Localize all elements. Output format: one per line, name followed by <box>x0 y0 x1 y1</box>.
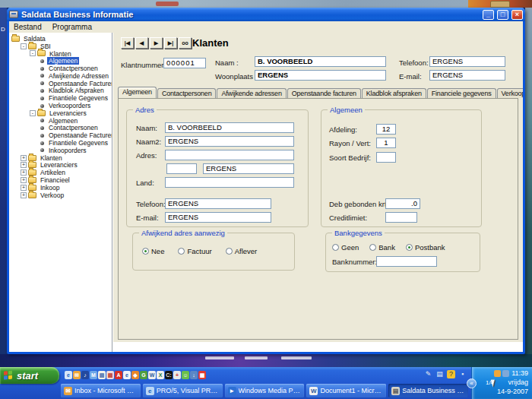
collapse-icon[interactable]: - <box>30 110 36 116</box>
tree-item-contactpersonen[interactable]: Contactpersonen <box>9 65 112 72</box>
tree-item-klanten[interactable]: +Klanten <box>9 154 112 162</box>
help-tray-icon[interactable]: ? <box>447 370 455 378</box>
task-windows-media-player[interactable]: ►Windows Media Player <box>225 384 305 397</box>
radio-bank[interactable]: Bank <box>369 243 395 252</box>
tree-item-contactpersonen[interactable]: Contactpersonen <box>9 125 112 132</box>
radio-factuur[interactable]: Factuur <box>178 247 211 255</box>
messenger-buddy-quicklaunch-icon[interactable]: ☺ <box>182 371 189 379</box>
title-bar[interactable]: Saldata Business Informatie _ □ × <box>7 8 525 21</box>
tab-afwijkende-adressen[interactable]: Afwijkende adressen <box>217 88 286 98</box>
word-quicklaunch-icon[interactable]: W <box>148 371 156 379</box>
banknummer-field[interactable] <box>376 256 437 267</box>
collapse-icon[interactable]: - <box>30 50 36 56</box>
tree-item-leveranciers[interactable]: -Leveranciers <box>9 109 112 117</box>
naam-field[interactable]: B. VOORBEELD <box>165 122 294 133</box>
tree-item-klanten[interactable]: -Klanten <box>9 50 112 58</box>
close-button[interactable]: × <box>511 10 523 20</box>
download-quicklaunch-icon[interactable]: ↓ <box>190 371 198 379</box>
tab-verkooporders[interactable]: Verkooporders <box>497 88 523 98</box>
radio-postbank[interactable]: Postbank <box>406 243 445 252</box>
menu-item-programma[interactable]: Programma <box>52 23 92 31</box>
windows-update-quicklaunch-icon[interactable]: ▦ <box>198 371 206 379</box>
tree-item-finantiele-gegevens[interactable]: Finantiele Gegevens <box>9 94 112 102</box>
task-pro5[interactable]: ePRO/5, Visual PRO/5... <box>143 384 223 397</box>
postcode-field[interactable] <box>166 163 197 174</box>
expand-icon[interactable]: + <box>21 185 27 191</box>
find-button[interactable]: oo <box>179 37 192 49</box>
tree-item-algemeen[interactable]: Algemeen <box>9 117 112 125</box>
expand-icon[interactable]: + <box>21 162 27 168</box>
task-saldata[interactable]: ▤Saldata Business Inf... <box>388 384 468 397</box>
tree-item-sbi[interactable]: -SBI <box>9 43 112 50</box>
outlook-quicklaunch-icon[interactable]: ✉ <box>73 371 81 379</box>
tab-kladblok-afspraken[interactable]: Kladblok afspraken <box>362 88 426 98</box>
email-field[interactable]: ERGENS <box>165 212 271 223</box>
klantnummer-field[interactable]: 000001 <box>163 58 206 68</box>
header-telefoon-field[interactable]: ERGENS <box>429 56 505 67</box>
display-tray-icon[interactable]: ▤ <box>435 370 444 378</box>
previous-record-button[interactable]: ◀ <box>135 37 148 49</box>
device-tray-icon[interactable]: ▪ <box>458 370 467 378</box>
tree-item-inkooporders[interactable]: Inkooporders <box>9 147 112 154</box>
adres-field[interactable] <box>165 150 294 160</box>
header-naam-field[interactable]: B. VOORBEELD <box>255 56 386 67</box>
tree-item-kladblok-afspraken[interactable]: Kladblok Afspraken <box>9 87 112 95</box>
command-prompt-quicklaunch-icon[interactable]: C: <box>165 371 173 379</box>
excel-quicklaunch-icon[interactable]: X <box>157 371 164 379</box>
menu-item-bestand[interactable]: Bestand <box>14 23 42 31</box>
creditlimiet-field[interactable] <box>385 212 417 223</box>
tab-algemeen[interactable]: Algemeen <box>118 87 157 98</box>
task-outlook-inbox[interactable]: ✉Inbox - Microsoft Ou... <box>61 384 141 397</box>
collapse-icon[interactable]: - <box>21 43 27 49</box>
soort-bedrijf-field[interactable] <box>376 152 396 163</box>
expand-icon[interactable]: + <box>21 177 27 183</box>
notepad-quicklaunch-icon[interactable]: ▤ <box>98 371 106 379</box>
expand-icon[interactable]: + <box>21 192 27 198</box>
tree-item-openstaande-facturen[interactable]: Openstaande Facturen <box>9 80 112 87</box>
minimize-button[interactable]: _ <box>483 10 494 20</box>
tree-item-verkooporders[interactable]: Verkooporders <box>9 102 112 109</box>
clock-time[interactable]: 11:39 <box>511 369 528 377</box>
tab-contactpersonen[interactable]: Contactpersonen <box>157 88 217 98</box>
task-word-document1[interactable]: WDocument1 - Microso... <box>306 384 386 397</box>
last-record-button[interactable]: ▶| <box>164 37 177 49</box>
collapse-tray-icon[interactable]: « <box>467 378 477 388</box>
tree-item-saldata[interactable]: Saldata <box>9 35 112 43</box>
naam2-field[interactable]: ERGENS <box>165 136 294 147</box>
radio-geen[interactable]: Geen <box>332 243 359 252</box>
pen-tray-icon[interactable]: ✎ <box>424 370 432 378</box>
tab-financiele-gegevens[interactable]: Financiele gegevens <box>427 88 496 98</box>
tree-item-financieel[interactable]: +Financieel <box>9 176 112 184</box>
tab-openstaande-facturen[interactable]: Openstaande facturen <box>287 88 361 98</box>
deb-gebonden-field[interactable]: .0 <box>385 198 420 209</box>
messenger-quicklaunch-icon[interactable]: M <box>90 371 97 379</box>
tree-item-artikelen[interactable]: +Artikelen <box>9 169 112 176</box>
land-field[interactable] <box>165 177 294 188</box>
header-woonplaats-field[interactable]: ERGENS <box>255 70 386 81</box>
app-green-quicklaunch-icon[interactable]: G <box>140 371 147 379</box>
tree-item-leveranciers[interactable]: +Leveranciers <box>9 162 112 169</box>
tree-item-afwijkende-adressen[interactable]: Afwijkende Adressen <box>9 72 112 80</box>
explorer-quicklaunch-icon[interactable]: e <box>123 371 131 379</box>
radio-nee[interactable]: Nee <box>142 247 164 255</box>
tree-item-verkoop[interactable]: +Verkoop <box>9 192 112 199</box>
acrobat-quicklaunch-icon[interactable]: A <box>115 371 122 379</box>
app-plus-quicklaunch-icon[interactable]: + <box>173 371 181 379</box>
ie-quicklaunch-icon[interactable]: e <box>65 371 72 379</box>
plaats-field[interactable]: ERGENS <box>203 163 294 174</box>
next-record-button[interactable]: ▶ <box>150 37 163 49</box>
telefoon-field[interactable]: ERGENS <box>165 198 271 209</box>
tree-item-algemeen[interactable]: Algemeen <box>9 57 112 65</box>
afdeling-field[interactable]: 12 <box>376 124 396 135</box>
expand-icon[interactable]: + <box>21 169 27 176</box>
radio-aflever[interactable]: Aflever <box>226 247 258 255</box>
header-email-field[interactable]: ERGENS <box>429 70 505 81</box>
maximize-button[interactable]: □ <box>497 10 508 20</box>
rayon-field[interactable]: 1 <box>376 138 396 148</box>
first-record-button[interactable]: |◀ <box>121 37 134 49</box>
app-orange-quicklaunch-icon[interactable]: ◆ <box>131 371 139 379</box>
tree-item-finantiele-gegevens[interactable]: Finantiele Gegevens <box>9 139 112 147</box>
media-player-quicklaunch-icon[interactable]: ♪ <box>81 371 89 379</box>
tree-item-openstaande-facturen[interactable]: Openstaande Facturen <box>9 131 112 139</box>
expand-icon[interactable]: + <box>21 155 27 161</box>
